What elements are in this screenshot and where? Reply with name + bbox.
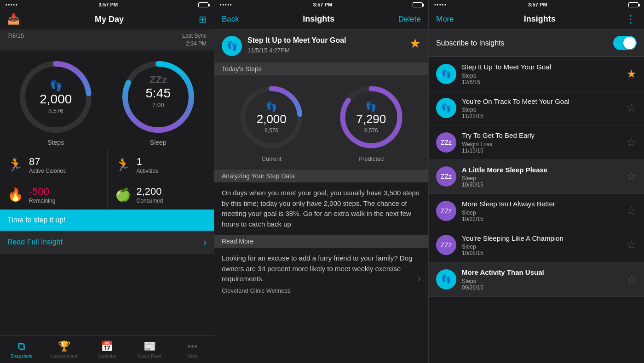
insight-list-item[interactable]: ZZz More Sleep Isn't Always Better Sleep…: [429, 194, 644, 228]
insight-item-icon: 👣: [436, 98, 456, 118]
active-calories-icon: 🏃: [7, 157, 23, 172]
tab-newsfeed[interactable]: 📰 News Feed: [128, 336, 171, 363]
insight-body-text: On days when you meet your goal, you usu…: [214, 182, 428, 235]
insight-item-category: Weight Loss: [462, 141, 621, 147]
sleep-value: 5:45: [146, 85, 171, 100]
subscribe-toggle[interactable]: [613, 36, 637, 50]
insight-item-text: Try To Get To Bed Early Weight Loss 11/1…: [462, 131, 621, 154]
insight-item-icon: 👣: [436, 64, 456, 84]
last-sync: Last Sync 2:34 PM: [182, 32, 207, 48]
insight-item-date: 10/30/15: [462, 182, 621, 188]
step-up-banner: Time to step it up!: [0, 210, 214, 231]
active-calories-cell: 🏃 87 Active Calories: [0, 150, 107, 180]
back-button[interactable]: Back: [222, 15, 239, 24]
remaining-value: -500: [29, 186, 55, 198]
insight-item-title: More Activity Than Usual: [462, 268, 621, 277]
read-more-row: Looking for an excuse to add a furry fri…: [222, 253, 421, 284]
more-insights-title: Insights: [524, 14, 556, 24]
remaining-cell: 🔥 -500 Remaining: [0, 180, 107, 210]
star-outline-icon[interactable]: ☆: [627, 204, 637, 217]
steps-goal: 8,576: [48, 107, 63, 114]
read-full-insight-row[interactable]: Read Full Insight ›: [0, 231, 214, 254]
star-button[interactable]: ★: [409, 36, 421, 51]
read-more-text: Looking for an excuse to add a furry fri…: [222, 253, 418, 284]
star-outline-icon[interactable]: ☆: [627, 136, 637, 149]
signal-dots-2: •••••: [220, 2, 233, 7]
insight-item-date: 10/22/15: [462, 216, 621, 222]
sleep-circle-container: ZZz 5:45 7:00 Sleep: [119, 58, 197, 146]
read-insight-label[interactable]: Read Full Insight: [7, 238, 63, 246]
snapshots-icon: ⧉: [18, 340, 25, 352]
status-bar-3: ••••• 3:57 PM: [429, 0, 644, 9]
insight-list-item[interactable]: 👣 More Activity Than Usual Steps 09/26/1…: [429, 262, 644, 297]
consumed-label: Consumed: [137, 198, 163, 204]
insight-item-text: Step It Up To Meet Your Goal Steps 12/5/…: [462, 62, 621, 85]
predicted-steps-value: 7,290: [356, 112, 386, 126]
subscribe-row: Subscribe to Insights: [429, 29, 644, 57]
insight-item-category: Steps: [462, 73, 621, 79]
consumed-cell: 🍏 2,200 Consumed: [107, 180, 214, 210]
grid-icon[interactable]: ⊞: [199, 14, 207, 25]
tab-calendar[interactable]: 📅 Calendar: [86, 336, 128, 363]
insight-item-text: More Activity Than Usual Steps 09/26/15: [462, 268, 621, 291]
insight-item-title: You're On Track To Meet Your Goal: [462, 97, 621, 106]
my-day-panel: ••••• 3:57 PM 📥 My Day ⊞ 7/8/15 Last Syn…: [0, 0, 214, 363]
insight-item-title: A Little More Sleep Please: [462, 165, 621, 175]
predicted-label: Predicted: [358, 155, 384, 162]
remaining-label: Remaining: [29, 198, 55, 204]
source-label: Cleveland Clinic Wellness: [222, 287, 421, 294]
insight-item-category: Sleep: [462, 244, 621, 250]
insight-header-text: Step It Up to Meet Your Goal 11/5/15 4:2…: [247, 36, 404, 54]
insight-list-item[interactable]: 👣 You're On Track To Meet Your Goal Step…: [429, 91, 644, 126]
insight-steps-icon: 👣: [222, 36, 242, 56]
delete-button[interactable]: Delete: [398, 15, 421, 24]
current-steps-goal: 8,576: [257, 127, 287, 134]
tab-more[interactable]: ••• More: [171, 336, 214, 363]
insight-item-icon: 👣: [436, 269, 456, 289]
predicted-steps-goal: 8,576: [356, 127, 386, 134]
insight-list-item[interactable]: 👣 Step It Up To Meet Your Goal Steps 12/…: [429, 57, 644, 91]
star-outline-icon[interactable]: ☆: [627, 102, 637, 114]
steps-circle: 👣 2,000 8,576: [17, 58, 95, 136]
activities-label: Activities: [137, 168, 158, 174]
star-outline-icon[interactable]: ☆: [627, 238, 637, 251]
predicted-circle-inner: 👣 7,290 8,576: [356, 101, 386, 134]
more-button[interactable]: More: [436, 15, 454, 24]
steps-circles-row: 👣 2,000 8,576 Current: [214, 75, 428, 170]
date-bar: 7/8/15 Last Sync 2:34 PM: [0, 29, 214, 51]
insight-item-text: You're On Track To Meet Your Goal Steps …: [462, 97, 621, 120]
time-3: 3:57 PM: [528, 2, 547, 7]
inbox-icon[interactable]: 📥: [7, 13, 20, 25]
insight-item-text: More Sleep Isn't Always Better Sleep 10/…: [462, 199, 621, 222]
tab-snapshots[interactable]: ⧉ Snapshots: [0, 336, 43, 363]
star-filled-icon[interactable]: ★: [627, 68, 637, 80]
insight-item-date: 12/5/15: [462, 79, 621, 85]
insight-list-item[interactable]: ZZz Try To Get To Bed Early Weight Loss …: [429, 125, 644, 160]
insights-title: Insights: [303, 14, 334, 24]
insight-date: 11/5/15 4:27PM: [247, 47, 404, 54]
analyzing-label: Analyzing Your Step Data: [222, 172, 295, 180]
insight-item-icon: ZZz: [436, 132, 456, 153]
more-tab-icon: •••: [187, 340, 198, 352]
activity-circles: 👣 2,000 8,576 Steps: [0, 51, 214, 150]
predicted-circle-item: 👣 7,290 8,576 Predicted: [337, 83, 406, 162]
tab-leaderboard[interactable]: 🏆 Leaderboard: [43, 336, 86, 363]
insights-list: 👣 Step It Up To Meet Your Goal Steps 12/…: [429, 57, 644, 363]
leaderboard-icon: 🏆: [58, 340, 70, 352]
menu-button[interactable]: ⋮: [626, 13, 637, 25]
read-more-section-header: Read More: [214, 235, 428, 248]
current-date: 7/8/15: [7, 32, 24, 48]
read-more-content[interactable]: Looking for an excuse to add a furry fri…: [214, 248, 428, 300]
sleep-goal: 7:00: [152, 101, 164, 108]
insight-list-item[interactable]: ZZz You're Sleeping Like A Champion Slee…: [429, 228, 644, 263]
insight-item-text: You're Sleeping Like A Champion Sleep 10…: [462, 234, 621, 257]
insight-item-category: Steps: [462, 107, 621, 113]
star-outline-icon[interactable]: ☆: [627, 170, 637, 183]
time-1: 3:57 PM: [98, 2, 118, 7]
star-outline-icon[interactable]: ☆: [627, 273, 637, 286]
more-insights-panel: ••••• 3:57 PM More Insights ⋮ Subscribe …: [429, 0, 644, 363]
read-insight-arrow: ›: [203, 237, 207, 248]
newsfeed-icon: 📰: [144, 340, 156, 352]
battery-icon-2: [413, 2, 423, 7]
insight-list-item[interactable]: ZZz A Little More Sleep Please Sleep 10/…: [429, 160, 644, 194]
